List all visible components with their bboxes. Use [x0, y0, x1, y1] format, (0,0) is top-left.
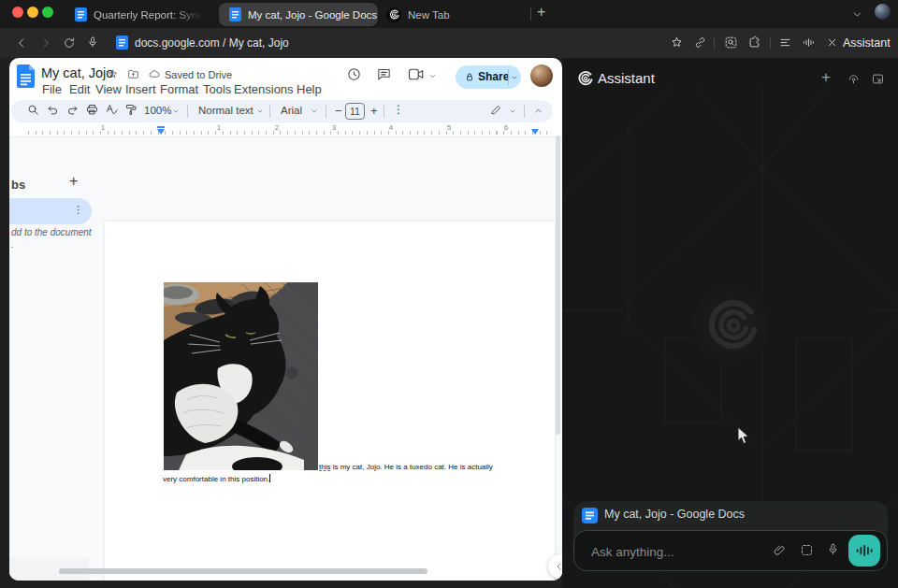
tab-new-tab[interactable]: New Tab [386, 3, 450, 26]
search-icon[interactable] [26, 103, 40, 117]
toolbar-divider [326, 105, 326, 118]
paint-format-icon[interactable] [124, 103, 138, 117]
horizontal-scrollbar[interactable] [59, 568, 427, 574]
waveform-icon[interactable] [802, 36, 816, 50]
zoom-window-button[interactable] [42, 7, 53, 18]
document-canvas: this is my cat, Jojo. He is a tuxedo cat… [9, 137, 562, 581]
back-icon[interactable] [15, 36, 28, 50]
share-caret-icon[interactable] [511, 74, 518, 81]
star-document-icon[interactable] [107, 68, 119, 80]
google-docs-icon [229, 7, 241, 22]
voice-search-icon[interactable] [86, 36, 99, 49]
google-docs-icon [75, 7, 87, 22]
vertical-scrollbar[interactable] [556, 136, 560, 435]
voice-mode-icon[interactable] [847, 72, 861, 86]
menu-view[interactable]: View [95, 82, 122, 96]
close-assistant-icon[interactable] [826, 36, 838, 49]
right-indent-marker[interactable] [531, 129, 539, 135]
document-title[interactable]: My cat, Jojo [41, 65, 113, 80]
zoom-caret-icon[interactable] [172, 108, 180, 115]
selected-doc-tab-pill[interactable]: ⋮ [9, 198, 92, 224]
print-icon[interactable] [85, 103, 99, 117]
cat-photo[interactable] [164, 282, 318, 470]
tab-label: Quarterly Report: Synergisti [94, 9, 204, 21]
minimize-window-button[interactable] [27, 7, 38, 18]
font-size-decrease[interactable]: − [335, 104, 342, 118]
move-to-folder-icon[interactable] [127, 68, 139, 80]
voice-wave-icon [856, 544, 873, 557]
comet-logo-icon [386, 7, 401, 22]
close-window-button[interactable] [12, 7, 23, 18]
menu-tools[interactable]: Tools [203, 82, 231, 96]
share-label: Share [478, 70, 509, 83]
ask-input-container [573, 530, 888, 571]
add-tab-button[interactable]: + [69, 173, 78, 190]
open-in-window-icon[interactable] [871, 72, 885, 86]
ruler-number: 1 [214, 123, 224, 132]
google-docs-icon [116, 36, 128, 50]
share-button[interactable]: Share [456, 65, 521, 89]
text-cursor [269, 474, 270, 482]
ruler-number: 5 [444, 123, 454, 132]
editing-mode-pen-icon[interactable] [490, 103, 503, 116]
font-size-increase[interactable]: + [370, 104, 378, 118]
font-caret-icon[interactable] [311, 108, 318, 115]
copy-link-icon[interactable] [693, 36, 707, 50]
collapse-toolbar-icon[interactable] [533, 106, 543, 116]
meet-camera-icon[interactable] [408, 67, 425, 81]
profile-avatar[interactable] [875, 4, 891, 20]
assistant-toggle-label[interactable]: Assistant [843, 36, 891, 50]
tab-label: My cat, Jojo - Google Docs [248, 9, 377, 21]
font-select[interactable]: Arial [281, 105, 302, 116]
menu-format[interactable]: Format [160, 82, 198, 96]
menu-extensions[interactable]: Extensions [234, 82, 294, 96]
first-line-indent-marker[interactable] [157, 126, 165, 128]
font-size-field[interactable]: 11 [345, 103, 365, 120]
new-tab-button[interactable]: + [537, 4, 545, 21]
screenshot-search-icon[interactable] [724, 36, 738, 50]
menu-insert[interactable]: Insert [125, 82, 156, 96]
tab-quarterly-report[interactable]: Quarterly Report: Synergisti [75, 3, 204, 26]
document-text-line-2[interactable]: very comfortable in this position. [163, 474, 270, 485]
voice-submit-button[interactable] [848, 535, 880, 566]
style-caret-icon[interactable] [256, 108, 264, 115]
document-page[interactable]: this is my cat, Jojo. He is a tuxedo cat… [105, 222, 555, 581]
chevron-left-icon [554, 561, 562, 572]
forward-icon[interactable] [39, 36, 52, 50]
comments-icon[interactable] [376, 66, 392, 82]
left-indent-marker[interactable] [157, 129, 165, 135]
tab-options-icon[interactable]: ⋮ [73, 204, 83, 216]
document-text-line-1[interactable]: this is my cat, Jojo. He is a tuxedo cat… [319, 462, 493, 473]
menu-lines-icon[interactable] [778, 36, 792, 50]
menu-help[interactable]: Help [297, 82, 322, 96]
reload-icon[interactable] [63, 36, 76, 50]
tabs-panel-hint-fragment-2: . [11, 239, 14, 250]
camera-caret-icon[interactable] [428, 72, 437, 80]
screenshot-select-icon[interactable] [800, 543, 814, 557]
microphone-icon[interactable] [826, 542, 840, 556]
more-options-icon[interactable]: ⋮ [393, 103, 404, 116]
ask-input[interactable] [589, 540, 761, 563]
extensions-icon[interactable] [747, 36, 761, 50]
new-thread-icon[interactable]: + [821, 68, 831, 87]
paragraph-style-select[interactable]: Normal text [198, 105, 253, 116]
tab-my-cat-jojo[interactable]: My cat, Jojo - Google Docs [219, 3, 378, 26]
redo-icon[interactable] [65, 103, 80, 117]
account-avatar[interactable] [530, 65, 553, 87]
assistant-panel: Assistant + My cat, Jojo - Google Docs [562, 58, 898, 588]
flagged-word[interactable]: this [319, 463, 330, 471]
editing-mode-caret-icon[interactable] [509, 108, 516, 115]
zoom-select[interactable]: 100% [144, 105, 171, 116]
version-history-icon[interactable] [346, 66, 362, 82]
spellcheck-icon[interactable] [105, 103, 119, 117]
menu-edit[interactable]: Edit [69, 82, 90, 96]
attach-paperclip-icon[interactable] [773, 543, 787, 557]
menu-file[interactable]: File [42, 82, 62, 96]
bookmark-star-icon[interactable] [670, 36, 684, 50]
undo-icon[interactable] [46, 103, 60, 117]
tab-overview-chevron-icon[interactable] [851, 8, 863, 21]
browser-toolbar: docs.google.com / My cat, Jojo Assistant [0, 28, 898, 58]
address-bar[interactable]: docs.google.com / My cat, Jojo [135, 36, 289, 50]
save-status[interactable]: Saved to Drive [165, 69, 232, 80]
google-docs-logo[interactable] [17, 65, 35, 88]
